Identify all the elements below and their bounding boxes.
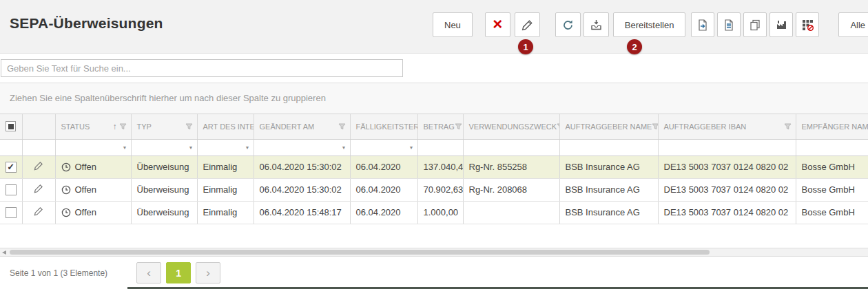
- factory-icon: [776, 19, 787, 30]
- pager-footer: Seite 1 von 1 (3 Elemente) ‹ 1 ›: [0, 257, 868, 289]
- refresh-button[interactable]: [555, 12, 581, 37]
- cell-betrag: 1.000,00: [417, 201, 463, 224]
- table-row[interactable]: ✓ Offen Überweisung Einmalig 06.04.2020 …: [0, 178, 868, 201]
- cell-geaendert: 06.04.2020 15:30:02: [254, 156, 350, 178]
- select-all-checkbox[interactable]: [6, 121, 16, 131]
- annotation-badge-1: 1: [518, 39, 533, 54]
- cell-empfaenger-name: Bosse GmbH: [796, 156, 868, 178]
- page-info: Seite 1 von 1 (3 Elemente): [10, 268, 107, 278]
- alle-button[interactable]: Alle: [838, 12, 868, 37]
- filter-cell-faelligkeit[interactable]: ▼: [350, 139, 417, 156]
- chevron-down-icon[interactable]: ▼: [342, 145, 347, 150]
- scroll-left-arrow-icon[interactable]: [2, 250, 6, 255]
- column-header-faelligkeitstermin[interactable]: FÄLLIGKEITSTERM: [350, 114, 417, 139]
- column-header-auftraggeber-iban[interactable]: AUFTRAGGEBER IBAN: [658, 114, 796, 139]
- filter-icon[interactable]: [185, 123, 193, 130]
- header-bar: SEPA-Überweisungen Neu × B: [0, 0, 868, 54]
- filter-cell-auftraggeber-iban[interactable]: [658, 139, 796, 156]
- column-header-select[interactable]: [0, 114, 22, 139]
- filter-icon[interactable]: [119, 123, 127, 130]
- sort-asc-icon: ↑: [113, 122, 117, 131]
- clock-icon: [61, 208, 71, 217]
- status-text: Offen: [75, 184, 97, 195]
- column-header-art-des-intervalls[interactable]: ART DES INTER: [197, 114, 254, 139]
- delete-button[interactable]: ×: [485, 12, 510, 37]
- group-by-bar[interactable]: Ziehen Sie eine Spaltenüberschrift hierh…: [0, 83, 868, 114]
- chevron-right-icon: ›: [206, 266, 210, 280]
- column-header-empfaenger-name[interactable]: EMPFÄNGER NAME: [796, 114, 868, 139]
- row-edit-icon[interactable]: [34, 206, 43, 216]
- column-header-geaendert-am[interactable]: GEÄNDERT AM: [254, 114, 350, 139]
- column-header-betrag[interactable]: BETRAG: [417, 114, 463, 139]
- cell-faelligkeit: 06.04.2020: [350, 201, 417, 224]
- filter-icon[interactable]: [652, 123, 658, 130]
- cell-empfaenger-name: Bosse GmbH: [796, 178, 868, 201]
- filter-cell-auftraggeber-name[interactable]: [559, 139, 658, 156]
- filter-cell-status[interactable]: ▼: [55, 139, 131, 156]
- inbox-button[interactable]: [583, 12, 609, 37]
- row-checkbox[interactable]: ✓: [6, 162, 17, 173]
- column-header-auftraggeber-name[interactable]: AUFTRAGGEBER NAME: [559, 114, 658, 139]
- cell-auftraggeber-name: BSB Insurance AG: [559, 156, 658, 178]
- current-page-button[interactable]: 1: [166, 262, 191, 283]
- check-icon: ✓: [7, 162, 14, 171]
- cell-geaendert: 06.04.2020 15:30:02: [254, 178, 350, 201]
- cell-typ: Überweisung: [131, 156, 197, 178]
- row-edit-icon[interactable]: [34, 184, 43, 193]
- filter-cell-verwendungszweck[interactable]: [463, 139, 559, 156]
- cell-auftraggeber-name: BSB Insurance AG: [559, 201, 658, 224]
- factory-button[interactable]: [769, 12, 793, 37]
- cell-art: Einmalig: [197, 178, 254, 201]
- filter-cell-typ[interactable]: ▼: [131, 139, 197, 156]
- new-button[interactable]: Neu: [433, 12, 473, 37]
- filter-cell: [22, 139, 55, 156]
- filter-cell-geaendert[interactable]: ▼: [254, 139, 350, 156]
- table-row[interactable]: ✓ Offen Überweisung Einmalig 06.04.2020 …: [0, 156, 868, 178]
- chevron-down-icon[interactable]: ▼: [409, 145, 414, 150]
- transfers-table: STATUS↑ TYP ART DES INTER GEÄNDERT AM FÄ…: [0, 114, 868, 224]
- chevron-down-icon[interactable]: ▼: [123, 145, 127, 150]
- filter-cell-betrag[interactable]: [417, 139, 463, 156]
- table-header-row: STATUS↑ TYP ART DES INTER GEÄNDERT AM FÄ…: [0, 114, 868, 139]
- scrollbar-thumb[interactable]: [10, 250, 710, 255]
- inbox-icon: [590, 19, 602, 31]
- toolbar: Neu × Bereitstellen: [433, 12, 868, 37]
- filter-cell-art[interactable]: ▼: [197, 139, 254, 156]
- prev-page-button[interactable]: ‹: [136, 262, 161, 283]
- calendar-blocked-icon: [802, 19, 814, 31]
- filter-icon[interactable]: [784, 123, 792, 130]
- protocol-button[interactable]: [717, 12, 741, 37]
- calendar-blocked-button[interactable]: [796, 12, 819, 37]
- filter-icon[interactable]: [557, 123, 559, 130]
- filter-cell-empfaenger-name[interactable]: [796, 139, 868, 156]
- column-header-typ[interactable]: TYP: [131, 114, 197, 139]
- annotation-badge-2: 2: [627, 39, 642, 54]
- cell-geaendert: 06.04.2020 15:48:17: [254, 201, 350, 224]
- horizontal-scrollbar[interactable]: [0, 248, 868, 257]
- chevron-down-icon[interactable]: ▼: [245, 145, 250, 150]
- search-input[interactable]: [1, 59, 403, 77]
- column-header-status[interactable]: STATUS↑: [55, 114, 131, 139]
- cell-art: Einmalig: [197, 201, 254, 224]
- row-edit-icon[interactable]: [34, 161, 43, 171]
- edit-button[interactable]: [515, 12, 540, 37]
- copy-button[interactable]: [743, 12, 767, 37]
- row-checkbox[interactable]: ✓: [6, 184, 17, 195]
- bottom-panel-edge: [127, 287, 868, 289]
- search-row: [0, 54, 868, 83]
- indeterminate-icon: [8, 124, 14, 129]
- chevron-left-icon: ‹: [147, 266, 151, 280]
- bereitstellen-button[interactable]: Bereitstellen: [613, 12, 686, 37]
- filter-icon[interactable]: [338, 123, 346, 130]
- document-export-button[interactable]: [691, 12, 714, 37]
- copy-icon: [750, 19, 761, 31]
- column-header-verwendungszweck[interactable]: VERWENDUNGSZWECK: [463, 114, 559, 139]
- filter-icon[interactable]: [455, 123, 462, 130]
- chevron-down-icon[interactable]: ▼: [189, 145, 194, 150]
- cell-auftraggeber-name: BSB Insurance AG: [559, 178, 658, 201]
- next-page-button[interactable]: ›: [196, 262, 220, 283]
- row-checkbox[interactable]: ✓: [6, 207, 17, 218]
- table-row[interactable]: ✓ Offen Überweisung Einmalig 06.04.2020 …: [0, 201, 868, 224]
- refresh-icon: [562, 19, 574, 31]
- filter-row: ▼ ▼ ▼ ▼ ▼: [0, 139, 868, 156]
